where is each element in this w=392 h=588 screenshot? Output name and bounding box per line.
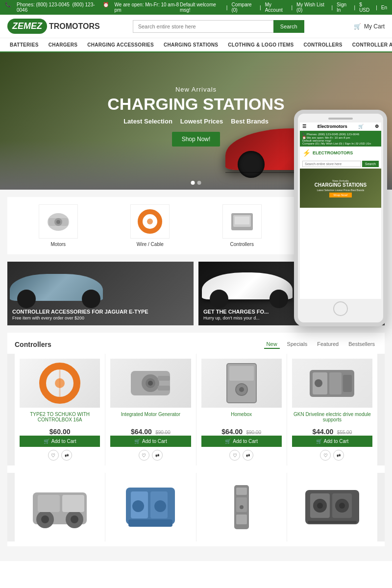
tab-featured[interactable]: Featured	[315, 340, 341, 349]
compare-btn-3[interactable]: ⇄	[243, 450, 253, 461]
product-price-4: $44.00	[312, 428, 333, 436]
promo-2-sub: Hurry up, don't miss your d...	[203, 316, 269, 320]
category-motors[interactable]: Motors	[15, 204, 102, 247]
svg-rect-56	[308, 521, 357, 523]
svg-rect-23	[229, 366, 254, 381]
promo-banner-1[interactable]: CONTROLLER ACCESSORIES FOR JAGUAR E-TYPE…	[7, 262, 194, 325]
mobile-search: Search	[300, 159, 381, 169]
compare-btn-2[interactable]: ⇄	[152, 450, 163, 461]
signin-link[interactable]: Sign In	[337, 2, 350, 13]
search-input[interactable]	[133, 20, 273, 33]
hours-icon: ⏰	[103, 2, 109, 13]
wishlist-btn-4[interactable]: ♡	[320, 450, 331, 461]
currency-selector[interactable]: $ USD	[359, 2, 372, 13]
wishlist-btn-3[interactable]: ♡	[229, 450, 240, 461]
search-button[interactable]: Search	[273, 20, 304, 33]
nav-charging-stations[interactable]: CHARGING STATIONS	[159, 38, 223, 51]
add-to-cart-3[interactable]: 🛒 Add to Cart	[201, 436, 282, 447]
mobile-hero-features: Latest Selection Lowest Prices Best Bran…	[317, 189, 365, 192]
mobile-hero-btn[interactable]: Shop Now!	[329, 193, 351, 197]
svg-point-54	[317, 503, 323, 509]
nav-controller-accessories[interactable]: CONTROLLER ACCESSORIES	[347, 38, 392, 51]
wishlist-btn-2[interactable]: ♡	[139, 450, 149, 461]
svg-rect-46	[236, 497, 247, 512]
hero-subtitle: New Arrivals	[107, 86, 284, 93]
svg-rect-8	[235, 217, 249, 224]
svg-rect-35	[62, 495, 84, 512]
product-image-4	[292, 359, 372, 408]
wishlist-btn-1[interactable]: ♡	[48, 450, 59, 461]
mobile-search-btn[interactable]: Search	[362, 161, 379, 167]
product-link-2[interactable]: Integrated Motor Generator	[121, 412, 180, 417]
compare-btn-1[interactable]: ⇄	[61, 450, 72, 461]
category-controllers[interactable]: Controllers	[198, 204, 286, 247]
product-name-4: GKN Driveline electric drive module supp…	[292, 412, 372, 425]
section-tabs: New Specials Featured Bestsellers	[264, 340, 377, 349]
product-old-price-4: $55.00	[337, 430, 352, 435]
product-image-1	[20, 359, 100, 408]
top-bar: 📞 Phones: (800) 123-0045 (800) 123-0046 …	[0, 0, 392, 15]
cart-icon-1: 🛒	[44, 439, 49, 444]
tab-bestsellers[interactable]: Bestsellers	[346, 340, 377, 349]
nav-clothing[interactable]: CLOTHING & LOGO ITEMS	[223, 38, 298, 51]
product-link-3[interactable]: Homebox	[231, 412, 252, 417]
account-link[interactable]: My Account	[265, 2, 288, 13]
product-price-row-2: $64.00 $90.00	[110, 428, 191, 436]
svg-point-43	[154, 500, 166, 512]
product-link-1[interactable]: TYPE2 TO SCHUKO WITH CONTROLBOX 16A	[30, 412, 90, 422]
product-actions-1: ♡ ⇄	[20, 450, 100, 461]
add-to-cart-4[interactable]: 🛒 Add to Cart	[292, 436, 372, 447]
nav-chargers[interactable]: CHARGERS	[44, 38, 83, 51]
svg-rect-21	[158, 386, 170, 391]
mobile-settings-icon: ⚙	[375, 124, 379, 129]
lang-selector[interactable]: En	[381, 5, 387, 10]
hero-shop-btn[interactable]: Shop Now!	[172, 132, 220, 147]
hours-text: We are open: Mn-Fr: 10 am-8 pm	[115, 2, 180, 13]
cart-icon: 🛒	[354, 23, 361, 30]
svg-point-19	[148, 381, 153, 386]
nav-charging-accessories[interactable]: CHARGING ACCESSORIES	[82, 38, 159, 51]
tab-specials[interactable]: Specials	[285, 340, 310, 349]
top-bar-right: Default welcome msg! | Compare (0) | My …	[180, 2, 387, 13]
hero-dot-1[interactable]	[191, 181, 195, 185]
cart-area[interactable]: 🛒 My Cart	[354, 23, 385, 30]
mobile-screen: ☰ Electromotors 🛒 ⚙ 📞 Phones: (800) 123-…	[300, 122, 381, 299]
products-grid-2	[7, 473, 385, 541]
product-name-1: TYPE2 TO SCHUKO WITH CONTROLBOX 16A	[20, 412, 100, 425]
motors-image	[39, 204, 78, 239]
product-card-2: Integrated Motor Generator $64.00 $90.00…	[105, 354, 196, 466]
add-to-cart-1[interactable]: 🛒 Add to Cart	[20, 436, 100, 447]
mobile-hero-title: CHARGING STATIONS	[315, 182, 367, 188]
controllers-image	[222, 204, 262, 239]
cable-image	[130, 204, 170, 239]
compare-link[interactable]: Compare (0)	[231, 2, 256, 13]
logo-zemez[interactable]: ZEMEZ	[7, 19, 47, 34]
product-image-3	[201, 359, 282, 408]
cart-icon-2: 🛒	[134, 439, 140, 444]
wishlist-link[interactable]: My Wish List (0)	[296, 2, 327, 13]
promo-1-title: CONTROLLER ACCESSORIES FOR JAGUAR E-TYPE	[12, 309, 148, 315]
mobile-search-input[interactable]	[302, 161, 361, 167]
promo-banners: CONTROLLER ACCESSORIES FOR JAGUAR E-TYPE…	[7, 262, 385, 325]
add-to-cart-2[interactable]: 🛒 Add to Cart	[110, 436, 191, 447]
nav-batteries[interactable]: BATTERIES	[5, 38, 44, 51]
product-image-5	[20, 478, 100, 537]
product-image-2	[110, 359, 191, 408]
hero-title: CHARGING STATIONS	[107, 95, 284, 113]
compare-btn-4[interactable]: ⇄	[333, 450, 344, 461]
product-card-5	[15, 473, 105, 541]
cart-label: My Cart	[364, 23, 385, 30]
nav-controllers[interactable]: CONTROLLERS	[298, 38, 347, 51]
category-cable[interactable]: Wire / Cable	[107, 204, 194, 247]
hero-dot-2[interactable]	[197, 181, 201, 185]
top-bar-left: 📞 Phones: (800) 123-0045 (800) 123-0046 …	[5, 2, 180, 13]
phone-numbers: Phones: (800) 123-0045 (800) 123-0046	[17, 2, 97, 13]
svg-rect-28	[329, 372, 342, 394]
tab-new[interactable]: New	[264, 340, 280, 349]
car-wheel-left	[238, 151, 265, 178]
nissan-car	[201, 269, 294, 308]
product-link-4[interactable]: GKN Driveline electric drive module supp…	[294, 412, 371, 422]
svg-point-48	[240, 505, 244, 509]
hero-dots	[191, 181, 201, 185]
mobile-home-btn[interactable]	[333, 301, 348, 316]
